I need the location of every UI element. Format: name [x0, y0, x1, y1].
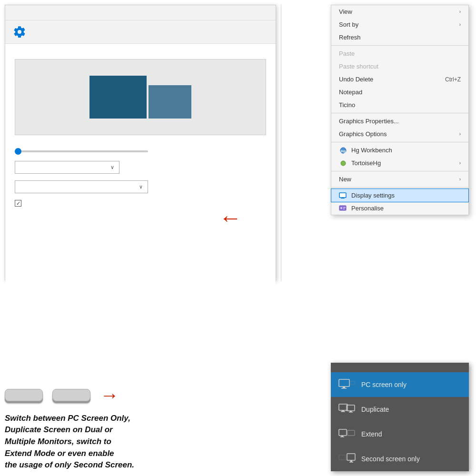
svg-rect-10 — [339, 379, 349, 387]
menu-label-refresh: Refresh — [339, 34, 361, 41]
context-menu: View › Sort by › Refresh Paste Paste sho… — [331, 5, 469, 215]
svg-rect-12 — [341, 388, 347, 389]
tortoise-icon — [339, 160, 347, 167]
gear-icon — [13, 25, 26, 39]
svg-rect-19 — [349, 412, 353, 413]
project-label-pc-only: PC screen only — [361, 381, 407, 388]
menu-label-display-settings: Display settings — [351, 192, 395, 199]
svg-rect-3 — [339, 193, 346, 198]
menu-label-graphics-properties: Graphics Properties... — [339, 118, 399, 125]
maximize-button[interactable] — [255, 12, 260, 14]
menu-item-tortoise[interactable]: TortoiseHg › — [331, 157, 468, 169]
right-arrow: → — [100, 385, 119, 406]
settings-header — [5, 20, 276, 44]
project-item-extend[interactable]: Extend — [331, 422, 469, 446]
project-label-extend: Extend — [361, 430, 382, 438]
menu-item-new[interactable]: New › — [331, 173, 468, 186]
p-key — [52, 389, 90, 401]
project-item-pc-only[interactable]: PC screen only — [331, 372, 469, 397]
menu-item-display-settings[interactable]: Display settings — [331, 189, 468, 202]
hg-icon: Hg — [339, 147, 347, 154]
svg-rect-27 — [349, 462, 353, 463]
svg-rect-13 — [350, 381, 355, 385]
arrow-to-context: → — [219, 205, 242, 231]
project-item-second-only[interactable]: Second screen only — [331, 446, 469, 471]
menu-label-sort: Sort by — [339, 21, 358, 28]
svg-rect-25 — [347, 454, 355, 460]
scale-slider[interactable] — [15, 150, 148, 152]
svg-rect-15 — [342, 410, 344, 411]
svg-rect-16 — [341, 411, 345, 412]
menu-item-personalise[interactable]: Personalise — [331, 202, 468, 215]
menu-item-hg-workbench[interactable]: Hg Hg Workbench — [331, 144, 468, 157]
menu-divider-4 — [331, 171, 468, 171]
second-screen-only-icon — [338, 453, 356, 465]
tortoise-left: TortoiseHg — [339, 159, 381, 167]
display-settings-icon — [339, 192, 347, 199]
svg-point-2 — [341, 161, 346, 166]
monitor-2[interactable] — [149, 85, 191, 119]
menu-label-hg: Hg Workbench — [351, 147, 392, 154]
menu-label-undo-delete: Undo Delete — [339, 76, 373, 83]
settings-window: ∨ ∨ ✓ — [5, 5, 276, 281]
menu-item-paste-shortcut: Paste shortcut — [331, 60, 468, 73]
menu-chevron-view: › — [459, 9, 461, 14]
svg-rect-21 — [341, 436, 343, 436]
scale-slider-thumb — [15, 148, 21, 155]
svg-point-7 — [340, 207, 342, 209]
project-item-duplicate[interactable]: Duplicate — [331, 397, 469, 422]
monitor-box — [89, 76, 191, 119]
minimize-button[interactable] — [244, 12, 250, 14]
menu-chevron-tortoise: › — [459, 160, 461, 166]
menu-item-refresh[interactable]: Refresh — [331, 31, 468, 44]
extend-icon — [338, 428, 356, 440]
svg-rect-18 — [350, 411, 352, 412]
svg-rect-23 — [347, 430, 355, 436]
svg-rect-8 — [343, 207, 346, 208]
personalise-icon — [339, 205, 347, 212]
personalise-left: Personalise — [339, 205, 384, 212]
menu-label-notepad: Notepad — [339, 89, 362, 96]
menu-chevron-sort: › — [459, 22, 461, 27]
duplicate-icon — [338, 404, 356, 415]
project-label-second-only: Second screen only — [361, 455, 420, 463]
menu-label-new: New — [339, 176, 351, 183]
main-display-checkbox[interactable]: ✓ — [15, 200, 21, 207]
orientation-dropdown[interactable]: ∨ — [15, 161, 119, 174]
menu-label-graphics-options: Graphics Options — [339, 130, 387, 138]
svg-text:Hg: Hg — [341, 149, 346, 153]
project-panel: PC screen only Duplicate Extend Second s… — [331, 363, 469, 471]
menu-item-undo-delete[interactable]: Undo Delete Ctrl+Z — [331, 73, 468, 86]
menu-divider-2 — [331, 113, 468, 113]
keyboard-keys: → — [5, 385, 205, 406]
menu-label-view: View — [339, 8, 352, 15]
menu-label-ticino: Ticino — [339, 101, 355, 109]
menu-item-notepad[interactable]: Notepad — [331, 86, 468, 99]
menu-item-graphics-options[interactable]: Graphics Options › — [331, 128, 468, 140]
close-button[interactable] — [265, 12, 271, 14]
monitor-1[interactable] — [89, 76, 147, 119]
display-settings-left: Display settings — [339, 192, 395, 199]
svg-rect-9 — [343, 208, 345, 209]
menu-item-view[interactable]: View › — [331, 5, 468, 18]
svg-rect-22 — [340, 436, 344, 437]
svg-rect-20 — [339, 429, 347, 436]
menu-label-tortoise: TortoiseHg — [351, 159, 381, 167]
multiple-dropdown[interactable]: ∨ — [15, 180, 148, 193]
svg-rect-5 — [341, 198, 345, 198]
menu-chevron-graphics: › — [459, 131, 461, 137]
menu-item-sort[interactable]: Sort by › — [331, 18, 468, 31]
multiple-arrow: ∨ — [139, 184, 143, 190]
project-header — [331, 363, 469, 372]
menu-item-ticino[interactable]: Ticino — [331, 99, 468, 111]
menu-item-graphics-properties[interactable]: Graphics Properties... — [331, 115, 468, 128]
pc-screen-only-icon — [338, 379, 356, 390]
window-controls — [244, 12, 271, 14]
checkbox-check: ✓ — [16, 200, 20, 207]
ctrl-key — [5, 389, 43, 401]
hg-workbench-left: Hg Hg Workbench — [339, 147, 392, 154]
menu-label-personalise: Personalise — [351, 205, 384, 212]
title-bar — [5, 5, 276, 20]
project-label-duplicate: Duplicate — [361, 406, 389, 413]
menu-label-paste: Paste — [339, 50, 355, 57]
